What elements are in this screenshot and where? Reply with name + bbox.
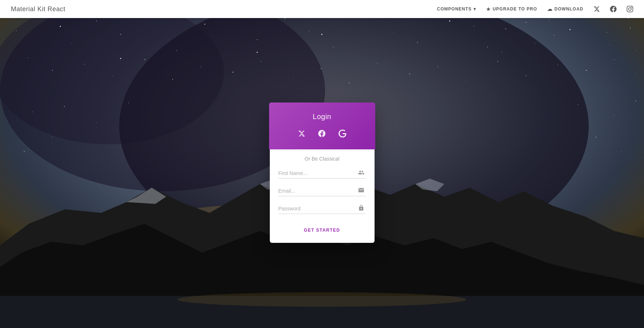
card-header: Login (269, 102, 375, 149)
main-content: Login Or Be Classical (0, 18, 644, 328)
email-input[interactable] (278, 186, 366, 196)
email-input-group (278, 186, 366, 196)
card-title: Login (278, 113, 367, 121)
get-started-button[interactable]: GET STARTED (278, 223, 366, 234)
twitter-social-link[interactable] (593, 6, 600, 12)
cloud-download-icon: ☁ (547, 6, 553, 12)
chevron-down-icon: ▾ (474, 6, 476, 12)
password-input[interactable] (278, 204, 366, 214)
lock-icon (358, 205, 364, 213)
nav-upgrade[interactable]: ★ UPGRADE TO PRO (486, 6, 537, 12)
first-name-input-group (278, 168, 366, 179)
google-login-button[interactable] (337, 128, 348, 141)
or-classical-text: Or Be Classical (278, 156, 366, 162)
social-login-buttons (278, 128, 367, 141)
person-icon (358, 169, 364, 177)
nav-download[interactable]: ☁ DOWNLOAD (547, 6, 583, 12)
nav-components[interactable]: COMPONENTS ▾ (437, 6, 476, 12)
card-body: Or Be Classical (270, 149, 375, 243)
login-card: Login Or Be Classical (270, 103, 375, 243)
twitter-login-button[interactable] (297, 128, 307, 141)
facebook-social-link[interactable] (610, 6, 617, 12)
navbar-right: COMPONENTS ▾ ★ UPGRADE TO PRO ☁ DOWNLOAD (437, 6, 633, 12)
navbar: Material Kit React COMPONENTS ▾ ★ UPGRAD… (0, 0, 644, 18)
upgrade-label: UPGRADE TO PRO (493, 6, 537, 12)
password-input-group (278, 204, 366, 214)
download-label: DOWNLOAD (554, 6, 583, 12)
brand-logo: Material Kit React (11, 5, 65, 13)
star-icon: ★ (486, 6, 491, 12)
email-icon (358, 187, 364, 195)
components-label: COMPONENTS (437, 6, 472, 12)
instagram-social-link[interactable] (627, 6, 633, 12)
facebook-login-button[interactable] (317, 128, 327, 141)
first-name-input[interactable] (278, 168, 366, 178)
